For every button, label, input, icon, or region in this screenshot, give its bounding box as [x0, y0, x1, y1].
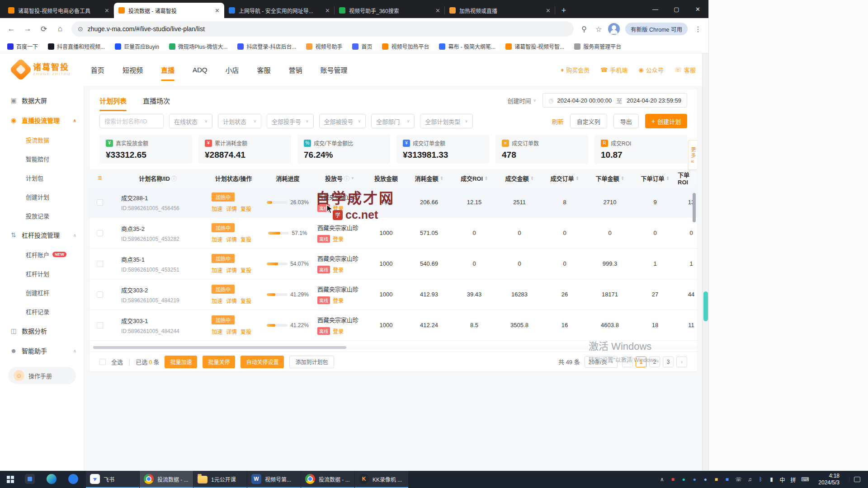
column-header[interactable]: 计划名称/ID ⓘ ▼ ▲▼ — [110, 174, 205, 183]
profile-avatar[interactable] — [608, 23, 620, 35]
nav-item[interactable]: 直播 — [161, 53, 175, 86]
sidebar-item-dashboard[interactable]: ▣ 数据大屏 — [0, 90, 84, 110]
chrome-update-chip[interactable]: 有新版 Chrome 可用 — [625, 23, 688, 35]
column-header[interactable]: 成交订单 ⓘ ▼ ▲▼ — [542, 174, 587, 183]
tab-close-icon[interactable]: ✕ — [215, 7, 220, 14]
select-all-checkbox[interactable] — [99, 359, 106, 365]
table-scrollbar-thumb[interactable] — [693, 193, 696, 222]
tray-icon[interactable]: ■ — [670, 476, 676, 483]
column-header[interactable]: 计划状态/操作 ⓘ ▼ ▲▼ — [205, 174, 262, 183]
detail-link[interactable]: 详情 — [226, 235, 237, 243]
hscroll-thumb[interactable] — [93, 346, 346, 349]
column-header[interactable]: 投放号 ⓘ ▼ ▲▼ — [314, 174, 366, 183]
detail-link[interactable]: 详情 — [226, 266, 237, 274]
date-range-picker[interactable]: ◷ 2024-04-20 00:00:00 至 2024-04-20 23:59… — [542, 93, 687, 108]
select-all-label[interactable]: 全选 — [111, 357, 123, 366]
column-header[interactable]: 下单订单 ⓘ ▼ ▲▼ — [632, 174, 678, 183]
sidebar-item[interactable]: 创建杠杆 — [0, 283, 84, 302]
nav-item[interactable]: 短视频 — [123, 53, 143, 86]
tray-icon[interactable]: ● — [681, 476, 687, 483]
bookmark-item[interactable]: 视频号助手 — [306, 42, 342, 50]
row-checkbox[interactable] — [97, 261, 103, 267]
prev-page-button[interactable]: ‹ — [622, 357, 633, 367]
repeat-invest-link[interactable]: 复投 — [241, 266, 251, 274]
row-checkbox[interactable] — [97, 322, 103, 328]
taskbar-app[interactable] — [64, 471, 86, 488]
sidebar-group-live-promotion[interactable]: ◉ 直播投流管理 ∧ — [0, 110, 84, 130]
panel-tab[interactable]: 直播场次 — [143, 89, 170, 111]
sort-icon[interactable]: ▲▼ — [666, 176, 670, 180]
create-plan-button[interactable]: + 创建计划 — [645, 114, 687, 128]
quick-link[interactable]: ♦ 购买会员 — [561, 66, 590, 74]
repeat-invest-link[interactable]: 复投 — [241, 297, 251, 305]
filter-dropdown[interactable]: 在线状态 ∨ — [169, 114, 212, 128]
filter-dropdown[interactable]: 计划状态 ∨ — [218, 114, 261, 128]
sidebar-item[interactable]: 杠杆计划 — [0, 264, 84, 283]
column-header[interactable]: 投放金额 ⓘ ▼ ▲▼ — [366, 174, 406, 183]
speed-up-link[interactable]: 加速 — [212, 235, 222, 243]
filter-dropdown[interactable]: 全部被投号 ∨ — [319, 114, 366, 128]
browser-tab[interactable]: 加热视频或直播 ✕ — [445, 3, 555, 18]
menu-kebab-icon[interactable]: ⋮ — [691, 22, 705, 36]
filter-dropdown[interactable]: 全部投手号 ∨ — [267, 114, 314, 128]
sidebar-item-assistant[interactable]: ☻ 智能助手 ∧ — [0, 341, 84, 361]
sort-icon[interactable]: ▲▼ — [440, 176, 443, 180]
app-logo[interactable]: 诸葛智投 ZHUGE ZHITOU — [13, 61, 71, 78]
column-settings-icon[interactable]: ≡ — [98, 174, 102, 182]
filter-dropdown[interactable]: 全部计划类型 ∨ — [420, 114, 473, 128]
bulk-action-button[interactable]: 批量加速 — [165, 356, 197, 368]
sidebar-item[interactable]: 投放记录 — [0, 206, 84, 225]
sort-icon[interactable]: ▲▼ — [621, 176, 624, 180]
tray-icon[interactable]: ⌨ — [801, 476, 809, 483]
bookmark-item[interactable]: 百度一下 — [7, 42, 38, 50]
refresh-button[interactable]: 刷新 — [552, 117, 564, 126]
notification-center-button[interactable] — [849, 477, 864, 482]
filter-funnel-icon[interactable]: ▼ — [351, 176, 354, 180]
tray-icon[interactable]: ∧ — [659, 476, 665, 483]
horizontal-scrollbar[interactable] — [90, 345, 697, 350]
tray-icon[interactable]: ● — [692, 476, 698, 483]
column-header[interactable]: 成交ROI ⓘ ▼ ▲▼ — [452, 174, 497, 183]
page-scrollbar[interactable] — [702, 53, 708, 471]
repeat-invest-link[interactable]: 复投 — [241, 328, 251, 335]
reload-button[interactable]: ⟳ — [36, 21, 52, 37]
quick-link[interactable]: ◉ 公众号 — [638, 66, 663, 74]
start-button[interactable] — [0, 471, 21, 488]
tray-icon[interactable]: ᛒ — [758, 476, 764, 483]
sort-icon[interactable]: ▲▼ — [576, 176, 579, 180]
nav-item[interactable]: 客服 — [257, 53, 270, 86]
customize-columns-button[interactable]: 自定义列 — [570, 114, 607, 128]
tray-icon[interactable]: ♫ — [747, 476, 753, 483]
manual-button[interactable]: ☺ 操作手册 — [8, 367, 76, 384]
repeat-invest-link[interactable]: 复投 — [241, 235, 251, 243]
forward-button[interactable]: → — [20, 21, 35, 37]
sidebar-group-lever-promotion[interactable]: ⇅ 杠杆投流管理 ∧ — [0, 225, 84, 245]
quick-link[interactable]: ☏ 客服 — [675, 66, 696, 74]
bookmark-item[interactable]: 巨量百应Buyin — [115, 42, 159, 50]
tab-close-icon[interactable]: ✕ — [435, 7, 440, 14]
more-stats-button[interactable]: 更多 « — [688, 140, 697, 170]
close-button[interactable]: ✕ — [687, 0, 708, 18]
panel-tab[interactable]: 计划列表 — [99, 89, 127, 111]
taskbar-app[interactable] — [21, 471, 42, 488]
nav-item[interactable]: 账号管理 — [320, 53, 347, 86]
sidebar-item-analysis[interactable]: ◫ 数据分析 — [0, 321, 84, 341]
back-button[interactable]: ← — [4, 21, 19, 37]
sidebar-item[interactable]: 智能赔付 — [0, 149, 84, 168]
nav-item[interactable]: ADQ — [193, 53, 208, 86]
bookmark-item[interactable]: 首页 — [352, 42, 372, 50]
detail-link[interactable]: 详情 — [226, 297, 237, 305]
login-link[interactable]: 登录 — [333, 235, 344, 243]
bookmark-item[interactable]: 抖音直播和短视频... — [48, 42, 105, 50]
browser-tab[interactable]: 视频号助手_360搜索 ✕ — [335, 3, 445, 18]
taskbar-app[interactable]: 视频号第... — [247, 471, 301, 488]
taskbar-app[interactable]: 投流数据 - ... — [140, 471, 193, 488]
login-link[interactable]: 登录 — [333, 327, 344, 335]
sort-icon[interactable]: ▲▼ — [485, 176, 488, 180]
detail-link[interactable]: 详情 — [226, 328, 237, 335]
detail-link[interactable]: 详情 — [226, 205, 237, 212]
browser-tab[interactable]: 上网导航 - 安全实用的网址导... ✕ — [224, 3, 335, 18]
repeat-invest-link[interactable]: 复投 — [241, 205, 251, 212]
add-to-package-button[interactable]: 添加到计划包 — [289, 356, 334, 368]
tray-icon[interactable]: ■ — [713, 476, 719, 483]
